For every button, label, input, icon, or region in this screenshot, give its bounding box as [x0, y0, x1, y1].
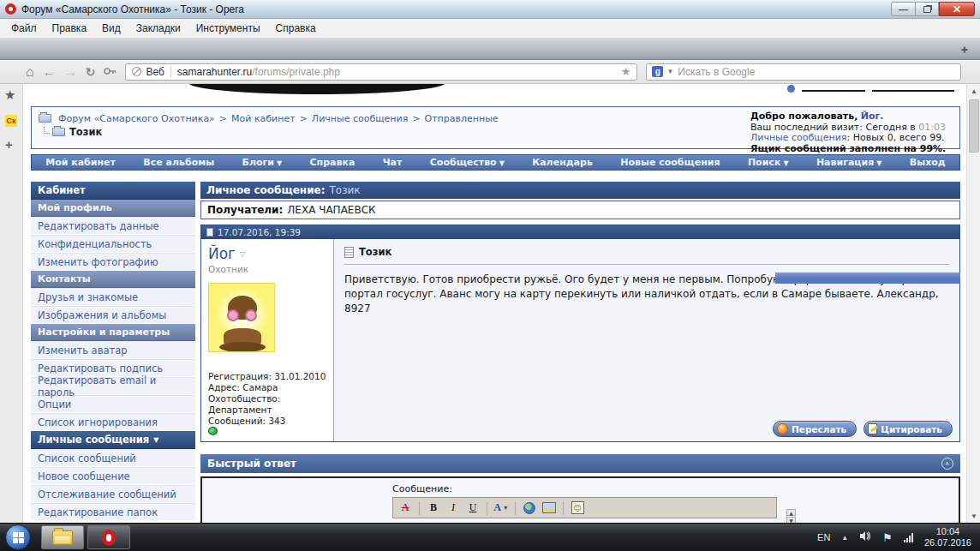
font-color-button[interactable]: A▼	[493, 500, 510, 517]
search-box[interactable]: g ▼	[646, 63, 961, 81]
menu-edit[interactable]: Правка	[45, 20, 95, 37]
subject-divider	[344, 264, 949, 265]
back-icon[interactable]: ←	[43, 64, 56, 79]
smilies-button[interactable]: ☺	[569, 500, 586, 517]
key-icon[interactable]	[104, 64, 117, 80]
welcome-panel: Добро пожаловать, Йог. Ваш последний виз…	[750, 111, 953, 145]
sidebar-item-change-photo[interactable]: Изменить фотографию	[31, 253, 195, 271]
quote-button[interactable]: Цитировать	[863, 421, 953, 437]
address-bar[interactable]: Веб samarahunter.ru /forums/private.php …	[125, 63, 637, 81]
scroll-up-icon[interactable]: ▲	[967, 84, 980, 98]
site-badge-label[interactable]: Веб	[146, 66, 164, 78]
breadcrumb-pm[interactable]: Личные сообщения	[312, 113, 408, 124]
extension-icon[interactable]: Ск	[5, 115, 17, 127]
nav-chat[interactable]: Чат	[383, 157, 403, 168]
sidebar-item-privacy[interactable]: Конфиденциальность	[31, 235, 195, 253]
sidebar-item-message-list[interactable]: Список сообщений	[31, 449, 195, 467]
nav-new-messages[interactable]: Новые сообщения	[620, 157, 720, 168]
toolbar-separator	[515, 501, 516, 515]
sidebar-item-ignore-list[interactable]: Список игнорирования	[31, 413, 195, 431]
folder-icon	[39, 114, 51, 123]
collapse-icon[interactable]: «	[941, 458, 953, 470]
breadcrumb-sent[interactable]: Отправленные	[425, 113, 499, 124]
editor-toolbar: A B I U A▼ ☺	[392, 497, 777, 518]
taskbar-opera-button[interactable]	[87, 525, 130, 549]
add-panel-icon[interactable]: +	[5, 137, 13, 152]
nav-logout[interactable]: Выход	[910, 157, 946, 168]
sidebar-item-edit-email[interactable]: Редактировать email и пароль	[31, 377, 195, 395]
author-avatar[interactable]	[208, 283, 275, 352]
sidebar-item-message-tracking[interactable]: Отслеживание сообщений	[31, 485, 195, 503]
sidebar-item-friends[interactable]: Друзья и знакомые	[31, 288, 195, 306]
scrollbar-thumb[interactable]	[969, 99, 979, 153]
pm-link[interactable]: Личные сообщения	[750, 132, 846, 143]
sidebar-item-change-avatar[interactable]: Изменить аватар	[31, 341, 195, 359]
taskbar-clock[interactable]: 10:04 26.07.2016	[924, 526, 971, 548]
menu-tools[interactable]: Инструменты	[188, 20, 268, 37]
start-button[interactable]	[5, 524, 31, 550]
sidebar-item-images-albums[interactable]: Изображения и альбомы	[31, 306, 195, 324]
action-center-flag-icon[interactable]: ⚑	[882, 531, 893, 544]
quote-icon	[868, 423, 877, 434]
breadcrumb: Форум «Самарского Охотника» > Мой кабине…	[39, 111, 501, 145]
nav-navigation[interactable]: Навигация▼	[816, 157, 882, 168]
explorer-folder-icon	[52, 530, 73, 545]
hidden-icons-chevron[interactable]: ▲	[841, 534, 848, 542]
google-icon[interactable]: g	[652, 66, 663, 77]
nav-community[interactable]: Сообщество▼	[430, 157, 505, 168]
search-engine-dropdown-icon[interactable]: ▼	[666, 68, 673, 75]
recipients-value[interactable]: ЛЕХА ЧАПАЕВСК	[287, 204, 375, 216]
nav-blogs[interactable]: Блоги▼	[242, 157, 283, 168]
scroll-down-icon[interactable]: ▼	[967, 509, 980, 523]
maximize-button[interactable]	[916, 2, 939, 16]
bookmarks-panel-icon[interactable]: ★	[4, 87, 15, 103]
home-icon[interactable]: ⌂	[26, 64, 34, 80]
menu-file[interactable]: Файл	[3, 20, 45, 37]
nav-my-cabinet[interactable]: Мой кабинет	[45, 157, 116, 168]
author-name-link[interactable]: Йог	[208, 245, 236, 262]
menu-view[interactable]: Вид	[94, 20, 128, 37]
sidebar-item-edit-folders[interactable]: Редактирование папок	[31, 503, 195, 521]
editor-resize-stepper[interactable]: ▲ ▼	[786, 509, 796, 523]
bookmark-star-icon[interactable]: ★	[621, 65, 631, 78]
stepper-up-icon[interactable]: ▲	[786, 509, 796, 516]
nav-help[interactable]: Справка	[310, 157, 356, 168]
search-input[interactable]	[678, 66, 955, 78]
remove-format-button[interactable]: A	[397, 500, 414, 517]
sidebar-header-pm[interactable]: Личные сообщения▼	[31, 431, 195, 449]
menu-help[interactable]: Справка	[268, 20, 324, 37]
sidebar-section-settings: Настройки и параметры	[31, 324, 195, 341]
user-dropdown-icon[interactable]: ▽	[240, 250, 245, 258]
volume-icon[interactable]	[859, 530, 871, 544]
forward-icon[interactable]: →	[64, 64, 77, 79]
bold-button[interactable]: B	[425, 500, 442, 517]
minimize-button[interactable]: —	[891, 2, 916, 16]
url-path[interactable]: /forums/private.php	[252, 66, 340, 78]
author-column: Йог ▽ Охотник	[201, 239, 334, 441]
reload-icon[interactable]: ↻	[86, 65, 96, 79]
close-button[interactable]: ✕	[939, 2, 975, 16]
stepper-down-icon[interactable]: ▼	[786, 517, 796, 523]
url-domain[interactable]: samarahunter.ru	[177, 66, 252, 78]
network-icon[interactable]	[904, 533, 913, 542]
breadcrumb-cabinet[interactable]: Мой кабинет	[231, 113, 296, 124]
insert-link-button[interactable]	[521, 500, 538, 517]
nav-calendar[interactable]: Календарь	[532, 157, 593, 168]
quote-button-label: Цитировать	[881, 424, 942, 434]
language-indicator[interactable]: EN	[817, 532, 830, 542]
new-tab-icon[interactable]: +	[961, 43, 968, 57]
forward-button[interactable]: Переслать	[773, 421, 857, 437]
sidebar-item-edit-data[interactable]: Редактировать данные	[31, 217, 195, 235]
italic-button[interactable]: I	[445, 500, 462, 517]
nav-albums[interactable]: Все альбомы	[143, 157, 214, 168]
site-badge-icon[interactable]	[132, 67, 141, 76]
menu-bookmarks[interactable]: Закладки	[128, 20, 188, 37]
sidebar-item-new-message[interactable]: Новое сообщение	[31, 467, 195, 485]
breadcrumb-forum[interactable]: Форум «Самарского Охотника»	[58, 113, 215, 124]
welcome-username-link[interactable]: Йог.	[861, 111, 884, 122]
underline-button[interactable]: U	[464, 500, 481, 517]
taskbar-explorer-button[interactable]	[41, 525, 84, 549]
nav-search[interactable]: Поиск▼	[748, 157, 789, 168]
insert-image-button[interactable]	[541, 500, 558, 517]
page-scrollbar[interactable]: ▲ ▼	[966, 84, 980, 523]
